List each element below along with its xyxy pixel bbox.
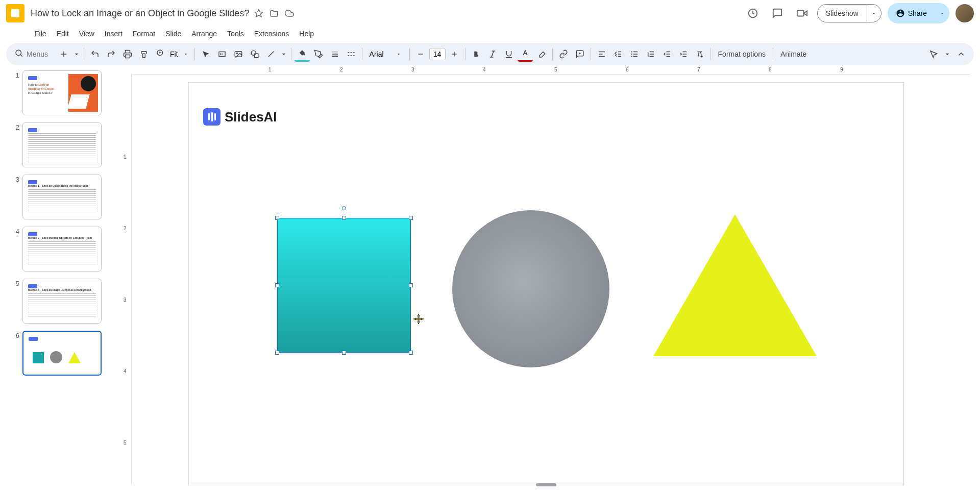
bold-button[interactable]	[469, 46, 484, 62]
comments-icon[interactable]	[768, 4, 787, 22]
line-tool[interactable]	[263, 46, 279, 62]
animate-button[interactable]: Animate	[776, 50, 811, 58]
thumb-number: 3	[10, 175, 19, 183]
share-button[interactable]: Share	[888, 3, 935, 23]
move-cursor-icon	[412, 313, 425, 325]
text-color-button[interactable]	[518, 46, 533, 62]
svg-marker-3	[803, 11, 806, 15]
font-size-decrease[interactable]	[413, 46, 428, 62]
image-tool[interactable]	[231, 46, 246, 62]
svg-rect-19	[254, 54, 258, 58]
cloud-saved-icon[interactable]	[285, 9, 294, 18]
line-spacing-button[interactable]	[610, 46, 626, 62]
slides-app-logo[interactable]	[6, 4, 24, 22]
menu-file[interactable]: File	[31, 28, 51, 40]
share-label: Share	[908, 9, 927, 17]
toolbar-cursor-icon[interactable]	[926, 46, 941, 62]
select-tool[interactable]	[198, 46, 213, 62]
svg-marker-66	[421, 318, 424, 320]
indent-increase-button[interactable]	[676, 46, 691, 62]
star-icon[interactable]	[254, 9, 263, 18]
notes-resize-handle[interactable]	[536, 483, 556, 486]
slide-thumbnail-3[interactable]: Method 1 – Lock an Object Using the Mast…	[22, 175, 102, 219]
new-slide-button[interactable]	[56, 46, 71, 62]
svg-line-5	[20, 55, 22, 56]
slide-thumbnail-6[interactable]	[22, 331, 102, 376]
meet-camera-icon[interactable]	[793, 4, 811, 22]
move-folder-icon[interactable]	[270, 9, 279, 18]
search-icon[interactable]	[14, 48, 23, 60]
slide-thumbnail-5[interactable]: Method 3 – Lock an Image Using It as a B…	[22, 279, 102, 324]
thumb-number: 5	[10, 279, 19, 287]
slide-canvas[interactable]: SlidesAI	[189, 83, 903, 485]
underline-button[interactable]	[501, 46, 517, 62]
share-dropdown[interactable]	[935, 3, 949, 23]
numbered-list-button[interactable]: 123	[643, 46, 658, 62]
menu-help[interactable]: Help	[295, 28, 318, 40]
menu-view[interactable]: View	[75, 28, 99, 40]
hide-menus-button[interactable]	[953, 46, 969, 62]
new-slide-dropdown[interactable]	[72, 46, 81, 62]
svg-rect-24	[348, 52, 349, 53]
toolbar: Fit Arial 123 Format options Animate	[6, 43, 974, 65]
border-color-button[interactable]	[311, 46, 326, 62]
menu-arrange[interactable]: Arrange	[187, 28, 221, 40]
paint-format-button[interactable]	[136, 46, 152, 62]
zoom-dropdown[interactable]	[183, 50, 188, 59]
svg-rect-22	[332, 54, 338, 55]
border-dash-button[interactable]	[344, 46, 359, 62]
zoom-to-fit-icon[interactable]	[156, 48, 165, 60]
indent-decrease-button[interactable]	[659, 46, 675, 62]
svg-rect-21	[332, 52, 338, 53]
slide-thumbnail-2[interactable]	[22, 122, 102, 167]
font-size-input[interactable]	[429, 48, 446, 60]
slideshow-button[interactable]: Slideshow	[818, 5, 867, 22]
search-menus-input[interactable]	[27, 50, 52, 58]
circle-shape[interactable]	[452, 210, 609, 367]
slide-thumbnail-1[interactable]: How to Lock an Image or an Object in Goo…	[22, 70, 102, 115]
italic-button[interactable]	[485, 46, 500, 62]
svg-marker-67	[418, 322, 420, 324]
align-button[interactable]	[594, 46, 609, 62]
menu-tools[interactable]: Tools	[223, 28, 248, 40]
toolbar-cursor-dropdown[interactable]	[943, 46, 951, 62]
textbox-tool[interactable]	[214, 46, 230, 62]
undo-button[interactable]	[87, 46, 103, 62]
menu-format[interactable]: Format	[129, 28, 159, 40]
zoom-level[interactable]: Fit	[170, 50, 178, 58]
menu-bar: File Edit View Insert Format Slide Arran…	[0, 27, 980, 41]
square-shape[interactable]	[277, 218, 411, 353]
svg-rect-26	[353, 52, 354, 53]
document-title[interactable]: How to Lock an Image or an Object in Goo…	[31, 8, 249, 19]
line-dropdown[interactable]	[280, 46, 288, 62]
slideshow-dropdown[interactable]	[867, 5, 881, 22]
rotate-handle[interactable]	[342, 206, 346, 210]
clear-formatting-button[interactable]	[692, 46, 707, 62]
filmstrip[interactable]: 1 How to Lock an Image or an Object in G…	[0, 65, 107, 494]
menu-edit[interactable]: Edit	[53, 28, 73, 40]
svg-rect-29	[353, 55, 354, 56]
format-options-button[interactable]: Format options	[714, 50, 770, 58]
insert-comment-button[interactable]	[572, 46, 587, 62]
redo-button[interactable]	[104, 46, 119, 62]
print-button[interactable]	[120, 46, 135, 62]
slide-thumbnail-4[interactable]: Method 2 – Lock Multiple Objects by Grou…	[22, 227, 102, 271]
menu-slide[interactable]: Slide	[161, 28, 185, 40]
horizontal-ruler[interactable]: 1 2 3 4 5 6 7 8 9	[132, 65, 970, 75]
menu-insert[interactable]: Insert	[101, 28, 127, 40]
menu-extensions[interactable]: Extensions	[250, 28, 293, 40]
highlight-button[interactable]	[534, 46, 549, 62]
border-weight-button[interactable]	[327, 46, 342, 62]
svg-point-18	[251, 51, 256, 55]
triangle-shape[interactable]	[653, 214, 817, 356]
account-avatar[interactable]	[955, 4, 974, 22]
bulleted-list-button[interactable]	[627, 46, 642, 62]
svg-line-35	[491, 51, 494, 57]
font-size-increase[interactable]	[447, 46, 462, 62]
vertical-ruler[interactable]: 1 2 3 4 5	[122, 75, 132, 484]
fill-color-button[interactable]	[295, 46, 310, 62]
insert-link-button[interactable]	[556, 46, 571, 62]
font-family-select[interactable]: Arial	[365, 50, 406, 58]
version-history-icon[interactable]	[744, 4, 762, 22]
shape-tool[interactable]	[247, 46, 262, 62]
